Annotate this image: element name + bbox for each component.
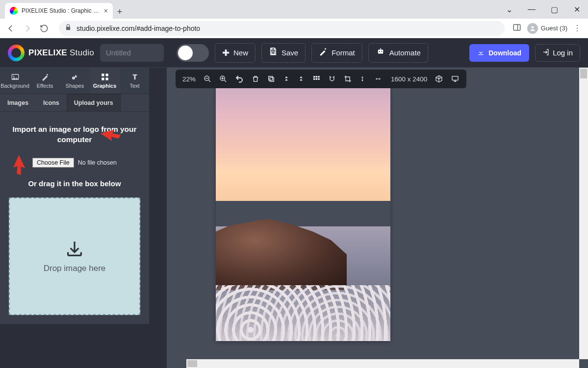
send-backward-icon[interactable] bbox=[298, 75, 305, 83]
magnet-icon[interactable] bbox=[328, 75, 336, 83]
svg-line-23 bbox=[225, 80, 226, 82]
image-icon bbox=[10, 73, 20, 81]
save-button[interactable]: Save bbox=[261, 43, 306, 63]
sidebar-tab-label: Text bbox=[129, 83, 139, 89]
bring-forward-icon[interactable] bbox=[283, 75, 290, 83]
reload-button[interactable] bbox=[37, 22, 51, 35]
annotation-arrow-icon bbox=[8, 155, 32, 179]
copy-icon[interactable] bbox=[267, 75, 275, 83]
svg-rect-15 bbox=[102, 78, 104, 80]
subtab-icons[interactable]: Icons bbox=[36, 94, 67, 111]
svg-rect-4 bbox=[272, 52, 275, 54]
sidebar-tab-shapes[interactable]: Shapes bbox=[60, 68, 90, 94]
close-window-icon[interactable]: ✕ bbox=[565, 0, 588, 19]
minimize-icon[interactable]: — bbox=[520, 0, 543, 19]
cube-icon[interactable] bbox=[435, 75, 443, 83]
svg-rect-16 bbox=[105, 78, 108, 80]
browser-toolbar: studio.pixelixe.com/#add-image-to-photo … bbox=[0, 19, 588, 38]
document-title-input[interactable]: Untitled bbox=[100, 44, 164, 62]
svg-point-2 bbox=[531, 26, 534, 28]
brand-main: PIXELIXE bbox=[28, 48, 67, 57]
svg-point-7 bbox=[381, 51, 382, 52]
svg-point-6 bbox=[379, 51, 380, 52]
save-button-label: Save bbox=[281, 49, 298, 57]
image-dropzone[interactable]: Drop image here bbox=[9, 197, 140, 315]
zoom-in-icon[interactable] bbox=[219, 75, 227, 83]
floppy-icon bbox=[269, 47, 278, 58]
sidebar-tab-label: Effects bbox=[37, 83, 53, 89]
svg-rect-5 bbox=[378, 49, 383, 53]
browser-tab[interactable]: PIXELIXE Studio : Graphic Crea × bbox=[5, 3, 113, 19]
resize-horizontal-icon[interactable] bbox=[373, 76, 383, 82]
svg-point-11 bbox=[13, 75, 14, 76]
or-drag-label: Or drag it in the box below bbox=[28, 179, 121, 188]
login-button[interactable]: Log in bbox=[535, 44, 580, 62]
login-icon bbox=[542, 49, 550, 57]
download-into-icon bbox=[65, 239, 84, 259]
format-button-label: Format bbox=[332, 49, 355, 57]
svg-rect-8 bbox=[380, 48, 381, 49]
app-header: PIXELIXE Studio Untitled ✚ New Save Form… bbox=[0, 38, 588, 68]
sidebar-tab-graphics[interactable]: Graphics bbox=[90, 68, 120, 94]
desktop-icon[interactable] bbox=[451, 75, 460, 83]
app-body: Background Effects Shapes Graphics Text bbox=[0, 68, 588, 368]
svg-rect-27 bbox=[269, 76, 273, 80]
crop-icon[interactable] bbox=[344, 75, 352, 83]
file-chosen-label: No file chosen bbox=[78, 159, 117, 166]
canvas-vertical-scrollbar[interactable] bbox=[579, 68, 588, 359]
address-bar[interactable]: studio.pixelixe.com/#add-image-to-photo bbox=[59, 21, 505, 36]
subtab-images[interactable]: Images bbox=[0, 94, 36, 111]
download-button[interactable]: Download bbox=[469, 44, 529, 62]
canvas-horizontal-scrollbar[interactable] bbox=[186, 359, 579, 368]
new-button[interactable]: ✚ New bbox=[215, 43, 256, 63]
tab-close-icon[interactable]: × bbox=[104, 7, 108, 15]
new-tab-button[interactable]: + bbox=[113, 5, 127, 19]
text-icon bbox=[130, 73, 140, 81]
sidebar-tab-effects[interactable]: Effects bbox=[30, 68, 60, 94]
theme-toggle[interactable] bbox=[177, 44, 209, 62]
logo-icon bbox=[8, 45, 25, 61]
kebab-menu-icon[interactable]: ⋮ bbox=[573, 24, 581, 33]
canvas-toolbar: 22% 1600 x 2400 bbox=[176, 70, 466, 88]
canvas-dimensions: 1600 x 2400 bbox=[391, 75, 427, 83]
panel-icon[interactable] bbox=[512, 23, 521, 34]
format-button[interactable]: Format bbox=[311, 43, 362, 63]
caret-down-icon[interactable]: ⌄ bbox=[498, 0, 520, 19]
profile-chip[interactable]: Guest (3) bbox=[527, 23, 567, 34]
automate-button[interactable]: Automate bbox=[368, 43, 428, 63]
undo-icon[interactable] bbox=[235, 74, 244, 83]
svg-rect-32 bbox=[316, 78, 317, 80]
svg-rect-29 bbox=[316, 76, 317, 77]
robot-icon bbox=[376, 47, 385, 58]
favicon bbox=[10, 7, 18, 15]
brand-logo[interactable]: PIXELIXE Studio bbox=[8, 45, 94, 61]
canvas-image[interactable] bbox=[216, 86, 390, 341]
subtab-upload-yours[interactable]: Upload yours bbox=[67, 94, 121, 111]
svg-rect-14 bbox=[105, 74, 108, 76]
maximize-icon[interactable]: ▢ bbox=[543, 0, 565, 19]
graphics-subtabs: Images Icons Upload yours bbox=[0, 94, 149, 112]
svg-line-20 bbox=[209, 80, 210, 82]
document-title-placeholder: Untitled bbox=[106, 49, 131, 57]
side-tab-bar: Background Effects Shapes Graphics Text bbox=[0, 68, 149, 94]
svg-rect-0 bbox=[513, 25, 520, 30]
sidebar-tab-text[interactable]: Text bbox=[120, 68, 150, 94]
back-button[interactable] bbox=[4, 22, 18, 35]
graphics-icon bbox=[100, 73, 110, 81]
forward-button[interactable] bbox=[21, 22, 34, 35]
canvas-viewport[interactable] bbox=[167, 68, 588, 368]
resize-vertical-icon[interactable] bbox=[359, 74, 365, 83]
svg-rect-30 bbox=[318, 76, 319, 77]
left-sidebar: Background Effects Shapes Graphics Text bbox=[0, 68, 149, 324]
avatar-icon bbox=[527, 23, 538, 34]
trash-icon[interactable] bbox=[252, 75, 259, 83]
grid-icon[interactable] bbox=[312, 75, 320, 83]
sidebar-tab-label: Background bbox=[0, 83, 29, 89]
sidebar-tab-background[interactable]: Background bbox=[0, 68, 30, 94]
browser-tab-strip: PIXELIXE Studio : Graphic Crea × + ⌄ — ▢… bbox=[0, 0, 588, 19]
svg-rect-9 bbox=[479, 54, 484, 54]
app-root: PIXELIXE Studio Untitled ✚ New Save Form… bbox=[0, 38, 588, 368]
zoom-out-icon[interactable] bbox=[204, 75, 211, 83]
choose-file-button[interactable]: Choose File bbox=[32, 158, 74, 168]
sidebar-tab-label: Graphics bbox=[93, 83, 117, 89]
